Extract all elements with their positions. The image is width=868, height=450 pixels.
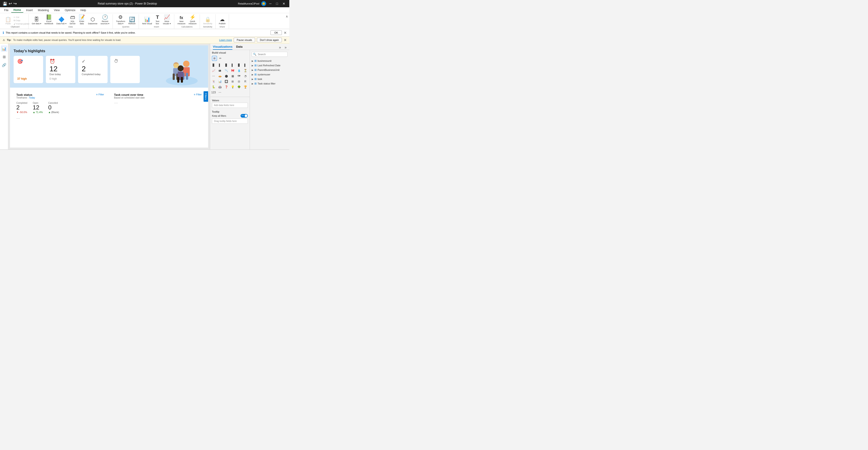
values-dropzone[interactable]: Add data fields here [212, 102, 248, 108]
viz-scatter-icon[interactable]: ⋯ [211, 73, 216, 79]
more-visuals-button[interactable]: 📈 Morevisuals ▾ [162, 14, 172, 25]
sidebar-report-icon[interactable]: 📊 [1, 46, 7, 52]
data-item-businessunit[interactable]: ▶ ⊞ businessunit [250, 59, 289, 63]
viz-q-icon[interactable]: ❓ [224, 85, 229, 89]
viz-map-icon[interactable]: 🗺 [237, 73, 242, 79]
tooltip-dropzone[interactable]: Drag tooltip fields here [212, 119, 248, 124]
viz-smart-icon[interactable]: 💡 [230, 85, 235, 89]
get-data-button[interactable]: 🗄 Get data ▾ [30, 17, 43, 25]
excel-workbook-button[interactable]: 📗 Excelworkbook [43, 14, 55, 25]
viz-pie-icon[interactable]: 🥧 [217, 73, 222, 79]
viz-waterfall-icon[interactable]: 💧 [237, 68, 242, 73]
today-link[interactable]: Today [29, 96, 35, 99]
viz-more-icon[interactable]: ⋯ [217, 90, 222, 95]
tip-close-button[interactable]: ✕ [284, 38, 287, 42]
copy-button[interactable]: ⧉ Copy [13, 19, 27, 22]
highlights-section: Today's highlights 🎯 37 high ⏰ 12 Due to… [10, 46, 208, 88]
data-item-task-status-filter[interactable]: ▶ ⊞ Task status filter [250, 81, 289, 86]
viz-line-icon[interactable]: 📈 [211, 68, 216, 73]
viz-table-icon[interactable]: ⊞ [212, 56, 217, 61]
new-visual-button[interactable]: 📊 New visual [141, 17, 153, 25]
dataverse-button[interactable]: ⬡ Dataverse [87, 17, 99, 25]
share-label: Share [219, 26, 225, 28]
menu-help[interactable]: Help [78, 8, 89, 12]
dont-show-button[interactable]: Don't show again [257, 38, 282, 42]
menu-insert[interactable]: Insert [24, 8, 35, 12]
task-count-filter-button[interactable]: ≡ Filter [194, 93, 202, 96]
viz-r-icon[interactable]: R [243, 79, 248, 84]
viz-donut-icon[interactable]: ⬤ [224, 73, 229, 79]
text-box-button[interactable]: T Textbox [154, 14, 161, 25]
search-input[interactable] [252, 52, 287, 57]
viz-treemap-icon[interactable]: ▦ [230, 73, 235, 79]
menu-modeling[interactable]: Modeling [36, 8, 51, 12]
panel-expand-button[interactable]: » [279, 45, 281, 50]
maximize-button[interactable]: □ [275, 1, 279, 6]
viz-funnel-icon[interactable]: ⏳ [243, 68, 248, 73]
enter-data-button[interactable]: 📝 Enterdata [78, 14, 86, 25]
refresh-button[interactable]: 🔄 Refresh [127, 17, 137, 25]
sql-server-button[interactable]: 🗃 SQLServer [68, 14, 77, 25]
cut-button[interactable]: ✂ Cut [13, 16, 27, 19]
viz-number-icon[interactable]: 123 [211, 90, 216, 95]
viz-matrix-icon[interactable]: ⊟ [237, 79, 242, 84]
viz-gauge-icon[interactable]: ◔ [243, 73, 248, 79]
panel-expand2-button[interactable]: » [285, 45, 287, 50]
transform-data-button[interactable]: ⚙ Transformdata ▾ [115, 14, 127, 25]
visualizations-tab[interactable]: Visualizations [213, 45, 232, 50]
viz-decomp-icon[interactable]: 🌳 [237, 85, 242, 89]
sidebar-model-icon[interactable]: 🔗 [1, 62, 7, 68]
data-item-systemuser[interactable]: ▶ ⊞ systemuser [250, 72, 289, 77]
pause-visuals-button[interactable]: Pause visuals [234, 38, 255, 42]
viz-slicer-icon[interactable]: 🔲 [224, 79, 229, 84]
paste-button[interactable]: 📋 Paste [4, 17, 12, 25]
format-painter-button[interactable]: 🖌 Format painter [13, 23, 27, 25]
viz-line-cluster-icon[interactable]: 📉 [224, 68, 229, 73]
menu-optimize[interactable]: Optimize [62, 8, 78, 12]
sidebar-data-icon[interactable]: ⊞ [1, 54, 7, 60]
viz-stacked-col-icon[interactable]: ▌ [230, 63, 235, 68]
ribbon-collapse-button[interactable]: ∧ [284, 14, 289, 19]
task-count-subtitle: Based on scheduled start date [114, 96, 145, 99]
viz-area-icon[interactable]: 🏔 [217, 68, 222, 73]
ribbon-group-share: ☁ Publish Share [216, 14, 229, 29]
task-status-filter-button[interactable]: ≡ Filter [96, 93, 104, 96]
viz-100-bar-icon[interactable]: ▊ [237, 63, 242, 68]
quick-measure-button[interactable]: ⚡ Quickmeasure [187, 14, 198, 25]
metric-canceled: Canceled 0 ▲ (Blank) [48, 102, 59, 114]
sensitivity-button[interactable]: 🔒 Sensitivity [202, 17, 214, 25]
viz-trophy-icon[interactable]: 🏆 [243, 85, 248, 89]
close-button[interactable]: ✕ [281, 1, 287, 6]
viz-table2-icon[interactable]: ⊞ [230, 79, 235, 84]
viz-format-icon[interactable]: ✏ [218, 56, 223, 61]
user-avatar[interactable]: 😊 [261, 1, 266, 6]
right-panel-tabs: Visualizations Data » » [210, 43, 289, 50]
viz-kpi-icon[interactable]: 📊 [217, 79, 222, 84]
viz-column-icon[interactable]: ▌ [217, 63, 222, 68]
viz-bar-icon[interactable]: ▊ [211, 63, 216, 68]
publish-button[interactable]: ☁ Publish [217, 17, 227, 25]
data-item-task[interactable]: ▶ ⊞ task [250, 77, 289, 81]
learn-more-link[interactable]: Learn more [219, 39, 232, 41]
recent-sources-button[interactable]: 🕐 Recentsources ▾ [99, 14, 111, 25]
notification-close-button[interactable]: ✕ [284, 31, 287, 35]
viz-stacked-bar-icon[interactable]: ▊ [224, 63, 229, 68]
viz-card-icon[interactable]: 🃏 [211, 79, 216, 84]
keep-filters-toggle[interactable] [241, 114, 248, 118]
menu-file[interactable]: File [2, 8, 11, 12]
data-hub-button[interactable]: 🔷 Data hub ▾ [55, 17, 68, 25]
viz-100-col-icon[interactable]: ▌ [243, 63, 248, 68]
data-item-last-refreshed[interactable]: ▶ ⊞ Last Refreshed Date [250, 63, 289, 68]
viz-ribbon-icon[interactable]: 🎀 [230, 68, 235, 73]
data-item-parent-business[interactable]: ▶ ⊞ ParentBusinessUnit [250, 68, 289, 72]
data-tab[interactable]: Data [236, 45, 242, 50]
notification-ok-button[interactable]: OK [271, 30, 282, 35]
viz-py-icon[interactable]: 🐍 [211, 85, 216, 89]
filter-tab[interactable]: Filters [204, 91, 208, 102]
viz-ai-icon[interactable]: 🤖 [217, 85, 222, 89]
new-measure-button[interactable]: fx Newmeasure [176, 15, 187, 25]
menu-view[interactable]: View [52, 8, 62, 12]
left-sidebar: 📊 ⊞ 🔗 [0, 43, 8, 149]
menu-home[interactable]: Home [11, 8, 23, 13]
minimize-button[interactable]: ─ [268, 1, 273, 6]
